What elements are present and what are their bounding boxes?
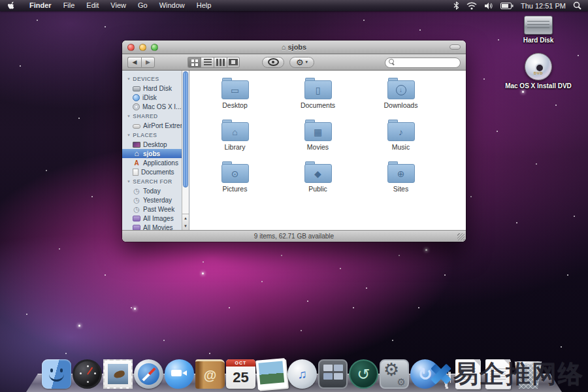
coverflow-view-button[interactable] <box>227 57 240 68</box>
folder-sites[interactable]: ⊕Sites <box>359 159 442 201</box>
menu-item-window[interactable]: Window <box>154 0 191 11</box>
dock-icon-ical[interactable]: OCT25 <box>226 359 255 389</box>
scrollbar-arrows: ▲ ▼ <box>182 214 189 230</box>
desktop-icon-install-dvd[interactable]: DVDMac OS X Install DVD <box>505 53 572 90</box>
folder-public[interactable]: ◆Public <box>276 159 359 201</box>
menu-item-go[interactable]: Go <box>132 0 154 11</box>
bluetooth-icon[interactable] <box>453 1 459 10</box>
folder-downloads[interactable]: ↓Downloads <box>359 76 442 118</box>
folder-label: Music <box>392 143 410 151</box>
dock-icon-mail[interactable] <box>103 359 133 389</box>
sidebar-item-airport-extreme[interactable]: AirPort Extreme <box>122 121 182 130</box>
spotlight-search-icon[interactable] <box>573 1 581 10</box>
disclosure-triangle-icon[interactable]: ▼ <box>127 77 131 81</box>
watermark-text: 易企推网络 <box>453 357 584 391</box>
dock-icon-spaces[interactable] <box>318 359 348 389</box>
install-dvd-icon: DVD <box>525 53 552 80</box>
downloads-glyph-icon: ↓ <box>387 80 415 99</box>
back-button[interactable]: ◀ <box>127 57 141 68</box>
disclosure-triangle-icon[interactable]: ▼ <box>127 114 131 118</box>
folder-icon: ▭ <box>221 77 249 99</box>
forward-button[interactable]: ▶ <box>141 57 155 68</box>
menu-item-help[interactable]: Help <box>191 0 218 11</box>
folder-icon: ⊙ <box>221 161 249 183</box>
zoom-button[interactable] <box>151 44 158 51</box>
minimize-button[interactable] <box>139 44 146 51</box>
dock-icon-addressbook[interactable] <box>195 359 225 389</box>
folder-library[interactable]: ⌂Library <box>193 118 276 159</box>
sidebar-item-yesterday[interactable]: Yesterday <box>122 195 182 204</box>
menu-item-finder[interactable]: Finder <box>24 0 57 11</box>
dock-icon-safari[interactable] <box>134 359 163 389</box>
sidebar-item-label: All Images <box>143 215 174 222</box>
glyph-char: ▯ <box>316 85 321 95</box>
menu-item-file[interactable]: File <box>57 0 81 11</box>
scrollbar-thumb[interactable] <box>183 71 188 188</box>
folder-icon: ▯ <box>304 77 332 99</box>
menu-item-view[interactable]: View <box>105 0 132 11</box>
dock-icon-itunes[interactable] <box>287 359 317 389</box>
scroll-up-arrow[interactable]: ▲ <box>184 216 188 220</box>
folder-documents[interactable]: ▯Documents <box>276 76 359 118</box>
library-glyph-icon: ⌂ <box>221 122 249 141</box>
sidebar-scrollbar[interactable]: ▲ ▼ <box>182 71 189 230</box>
sidebar-item-mac-os-x-i-[interactable]: Mac OS X I...⏏ <box>122 102 182 111</box>
airport-icon <box>133 124 140 129</box>
glyph-char: ⌂ <box>232 127 237 137</box>
column-view-button[interactable] <box>214 57 227 68</box>
sidebar-item-sjobs[interactable]: sjobs <box>122 149 182 158</box>
menu-clock[interactable]: Thu 12:51 PM <box>521 2 566 10</box>
apps-icon <box>133 159 140 167</box>
sidebar-item-applications[interactable]: Applications <box>122 158 182 167</box>
sidebar-item-label: sjobs <box>143 150 160 157</box>
menu-item-edit[interactable]: Edit <box>80 0 105 11</box>
sidebar-item-label: Past Week <box>143 206 174 213</box>
sidebar-item-documents[interactable]: Documents <box>122 167 182 176</box>
sidebar-section-devices: ▼DEVICES <box>122 74 182 84</box>
dock-icon-sysprefs[interactable] <box>380 359 409 389</box>
folder-pictures[interactable]: ⊙Pictures <box>193 159 276 201</box>
sidebar-section-shared: ▼SHARED <box>122 111 182 121</box>
sidebar-item-idisk[interactable]: iDisk <box>122 93 182 102</box>
coverflow-view-icon <box>229 59 238 65</box>
menu-items: FinderFileEditViewGoWindowHelp <box>24 0 217 11</box>
desktop-icon-label: Mac OS X Install DVD <box>505 82 572 90</box>
list-view-button[interactable] <box>201 57 214 68</box>
folder-desktop[interactable]: ▭Desktop <box>193 76 276 118</box>
dock-icon-dashboard[interactable] <box>73 359 102 389</box>
icon-view-button[interactable] <box>188 57 201 68</box>
glyph-char: ⊕ <box>397 169 405 179</box>
disclosure-triangle-icon[interactable]: ▼ <box>127 133 131 137</box>
desktop-icon-hard-disk[interactable]: Hard Disk <box>523 16 554 44</box>
sidebar-item-all-movies[interactable]: All Movies <box>122 223 182 230</box>
scroll-down-arrow[interactable]: ▼ <box>184 224 188 228</box>
sidebar-item-all-images[interactable]: All Images <box>122 214 182 223</box>
apple-menu[interactable] <box>0 1 24 10</box>
sites-glyph-icon: ⊕ <box>387 164 415 183</box>
dock-icon-finder[interactable] <box>42 359 71 389</box>
close-button[interactable] <box>127 44 135 51</box>
dock-icon-ichat[interactable] <box>165 359 194 389</box>
sidebar-item-label: Desktop <box>143 141 167 148</box>
quick-look-button[interactable] <box>262 57 284 68</box>
search-input[interactable] <box>385 57 461 68</box>
smart-icon <box>133 216 140 221</box>
resize-grip[interactable] <box>457 233 465 240</box>
wifi-icon[interactable] <box>466 2 477 10</box>
watermark: 易企推网络 <box>430 357 584 391</box>
battery-icon[interactable] <box>500 3 514 9</box>
dock-icon-iphoto[interactable] <box>255 358 287 390</box>
sidebar-item-past-week[interactable]: Past Week <box>122 204 182 214</box>
folder-music[interactable]: ♪Music <box>359 118 442 159</box>
volume-icon[interactable] <box>484 2 493 10</box>
toolbar-toggle-pill[interactable] <box>449 44 461 50</box>
sidebar-item-today[interactable]: Today <box>122 186 182 195</box>
sidebar-item-desktop[interactable]: Desktop <box>122 140 182 149</box>
title-bar[interactable]: ⌂sjobs <box>122 41 466 54</box>
folder-icon: ↓ <box>387 77 415 99</box>
folder-movies[interactable]: ▦Movies <box>276 118 359 159</box>
sidebar-item-hard-disk[interactable]: Hard Disk <box>122 84 182 93</box>
disclosure-triangle-icon[interactable]: ▼ <box>127 180 131 184</box>
dock-icon-timemachine[interactable] <box>349 359 378 389</box>
action-menu-button[interactable]: ⚙ ▾ <box>289 57 314 68</box>
